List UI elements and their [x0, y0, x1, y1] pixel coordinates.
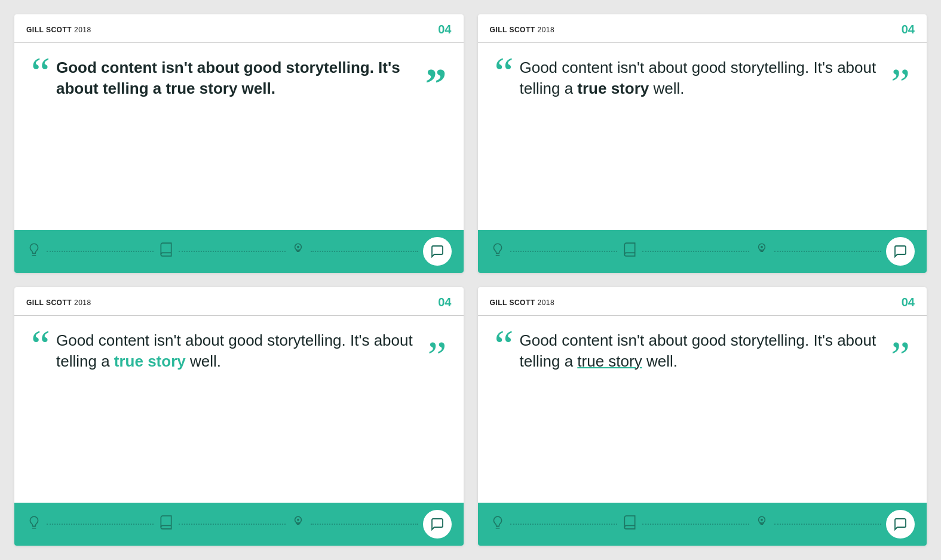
slide-3-header: GILL SCOTT 2018 04: [14, 287, 464, 316]
slide-1-body: “ Good content isn't about good storytel…: [14, 43, 464, 230]
close-quote-1: ”: [425, 62, 447, 105]
slide-1-number: 04: [438, 23, 451, 36]
slide-2-header: GILL SCOTT 2018 04: [478, 14, 927, 43]
slide-2: GILL SCOTT 2018 04 “ Good content isn't …: [478, 14, 927, 273]
footer-dots-3c: [311, 524, 418, 525]
slide-2-brand: GILL SCOTT 2018: [490, 26, 555, 34]
gear-head-icon-2: [754, 242, 770, 261]
svg-point-5: [761, 247, 762, 248]
slide-3-number: 04: [438, 296, 451, 309]
slide-4-header: GILL SCOTT 2018 04: [478, 287, 927, 316]
chat-icon-circle-3: [423, 510, 452, 539]
chat-icon-circle-4: [886, 510, 915, 539]
highlight-underline: true story: [577, 352, 642, 370]
slide-1-footer: [14, 230, 464, 273]
lightbulb-icon: [26, 242, 42, 261]
footer-dots-3a: [47, 524, 154, 525]
slide-2-footer-icons: [490, 237, 915, 266]
footer-dots-4b: [642, 524, 749, 525]
open-quote-3: “: [31, 324, 50, 367]
svg-point-11: [761, 519, 762, 521]
slide-2-footer: [478, 230, 927, 273]
chat-icon-circle-2: [886, 237, 915, 266]
close-quote-3: ”: [428, 335, 447, 378]
footer-dots-4a: [510, 524, 617, 525]
slide-3: GILL SCOTT 2018 04 “ Good content isn't …: [14, 287, 464, 546]
book-icon: [158, 242, 174, 261]
slide-1-footer-icons: [26, 237, 452, 266]
slide-4-footer: [478, 503, 927, 546]
footer-dots-3b: [179, 524, 286, 525]
gear-head-icon-3: [290, 515, 306, 534]
book-icon-4: [622, 515, 637, 534]
chat-icon-circle: [423, 237, 452, 266]
slide-3-footer: [14, 503, 464, 546]
close-quote-4: ”: [891, 335, 910, 378]
footer-dots-2a: [510, 251, 617, 252]
footer-dots-1a: [47, 251, 154, 252]
slide-3-footer-icons: [26, 510, 452, 539]
footer-dots-2b: [642, 251, 749, 252]
slide-4: GILL SCOTT 2018 04 “ Good content isn't …: [478, 287, 927, 546]
svg-point-8: [298, 519, 299, 521]
open-quote-2: “: [495, 51, 514, 94]
slide-1-header: GILL SCOTT 2018 04: [14, 14, 464, 43]
open-quote-4: “: [495, 324, 514, 367]
slide-2-number: 04: [902, 23, 915, 36]
slide-4-footer-icons: [490, 510, 915, 539]
book-icon-3: [158, 515, 174, 534]
open-quote-1: “: [31, 51, 50, 94]
quote-text-2: Good content isn't about good storytelli…: [519, 57, 910, 99]
slide-1-brand: GILL SCOTT 2018: [26, 26, 91, 34]
slide-3-body: “ Good content isn't about good storytel…: [14, 316, 464, 503]
footer-dots-2c: [774, 251, 881, 252]
slide-2-body: “ Good content isn't about good storytel…: [478, 43, 927, 230]
gear-head-icon: [290, 242, 306, 261]
slide-3-brand: GILL SCOTT 2018: [26, 299, 91, 307]
slide-1: GILL SCOTT 2018 04 “ Good content isn't …: [14, 14, 464, 273]
lightbulb-icon-3: [26, 515, 42, 534]
slide-4-number: 04: [902, 296, 915, 309]
footer-dots-1c: [311, 251, 418, 252]
quote-text-4: Good content isn't about good storytelli…: [519, 330, 910, 372]
slide-4-body: “ Good content isn't about good storytel…: [478, 316, 927, 503]
footer-dots-4c: [774, 524, 881, 525]
highlight-color: true story: [114, 352, 186, 370]
lightbulb-icon-4: [490, 515, 505, 534]
footer-dots-1b: [179, 251, 286, 252]
lightbulb-icon-2: [490, 242, 505, 261]
gear-head-icon-4: [754, 515, 770, 534]
svg-point-2: [298, 247, 299, 248]
book-icon-2: [622, 242, 637, 261]
quote-text-1: Good content isn't about good storytelli…: [56, 57, 447, 99]
slide-4-brand: GILL SCOTT 2018: [490, 299, 555, 307]
highlight-bold: true story: [577, 79, 649, 97]
quote-text-3: Good content isn't about good storytelli…: [56, 330, 447, 372]
close-quote-2: ”: [891, 62, 910, 105]
